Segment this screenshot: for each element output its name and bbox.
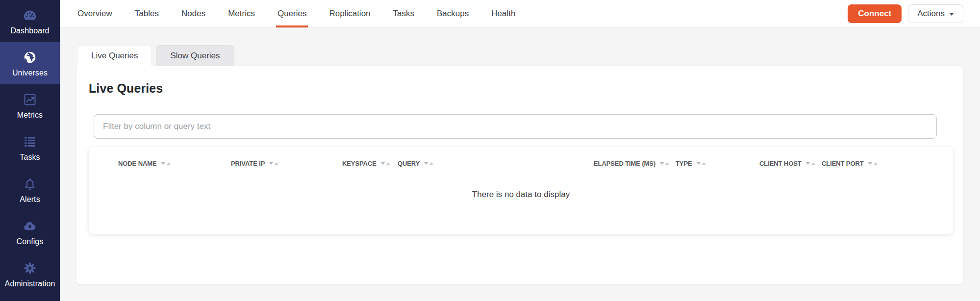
column-header-private-ip[interactable]: PRIVATE IP	[231, 160, 342, 167]
connect-button[interactable]: Connect	[848, 4, 902, 23]
sort-arrows-icon	[697, 162, 706, 165]
sidebar-item-label: Universes	[12, 69, 48, 77]
queries-table: NODE NAME PRIVATE IP KEYSPACE QUERY	[89, 147, 953, 234]
tab-metrics[interactable]: Metrics	[228, 0, 255, 27]
tab-health[interactable]: Health	[491, 0, 515, 27]
topbar-actions: Connect Actions	[848, 0, 963, 27]
chart-line-icon	[22, 92, 38, 107]
tab-slow-queries[interactable]: Slow Queries	[156, 45, 234, 66]
app-root: Dashboard Universes	[0, 0, 980, 301]
page-content: Live Queries Slow Queries Live Queries N…	[60, 28, 980, 301]
sidebar-item-tasks[interactable]: Tasks	[0, 126, 60, 169]
chevron-down-icon	[949, 13, 954, 16]
tab-tasks[interactable]: Tasks	[393, 0, 414, 27]
tab-queries[interactable]: Queries	[277, 0, 307, 27]
column-header-node-name[interactable]: NODE NAME	[118, 160, 231, 167]
sidebar: Dashboard Universes	[0, 0, 60, 301]
live-queries-panel: Live Queries NODE NAME PRIVATE IP	[76, 66, 963, 285]
dashboard-gauge-icon	[22, 7, 38, 23]
column-header-type[interactable]: TYPE	[676, 160, 759, 167]
sidebar-item-metrics[interactable]: Metrics	[0, 84, 60, 126]
sidebar-item-label: Configs	[17, 237, 44, 246]
sidebar-item-configs[interactable]: Configs	[0, 211, 60, 253]
sort-arrows-icon	[269, 162, 278, 165]
actions-dropdown-button[interactable]: Actions	[908, 4, 963, 23]
bell-icon	[22, 176, 38, 192]
empty-table-message: There is no data to display	[89, 190, 953, 200]
universe-nav-tabs: Overview Tables Nodes Metrics Queries Re…	[77, 0, 515, 27]
tab-overview[interactable]: Overview	[77, 0, 112, 27]
sort-arrows-icon	[806, 162, 815, 165]
page-title: Live Queries	[89, 81, 952, 96]
sidebar-item-alerts[interactable]: Alerts	[0, 169, 60, 211]
gear-icon	[22, 260, 38, 276]
globe-icon	[22, 50, 38, 65]
column-header-elapsed-time[interactable]: ELAPSED TIME (MS)	[594, 160, 676, 167]
top-nav-bar: Overview Tables Nodes Metrics Queries Re…	[60, 0, 980, 28]
tab-backups[interactable]: Backups	[437, 0, 469, 27]
sort-arrows-icon	[660, 162, 669, 165]
query-type-tabs: Live Queries Slow Queries	[77, 45, 963, 66]
table-header-row: NODE NAME PRIVATE IP KEYSPACE QUERY	[89, 147, 953, 167]
sort-arrows-icon	[381, 162, 390, 165]
sidebar-item-label: Dashboard	[10, 26, 49, 35]
cloud-upload-icon	[22, 218, 38, 234]
sidebar-item-label: Alerts	[20, 195, 40, 204]
tab-tables[interactable]: Tables	[135, 0, 159, 27]
tab-nodes[interactable]: Nodes	[181, 0, 205, 27]
sort-arrows-icon	[424, 162, 433, 165]
sidebar-item-label: Administration	[5, 279, 55, 288]
column-header-client-host[interactable]: CLIENT HOST	[759, 160, 822, 167]
task-list-icon	[22, 134, 38, 150]
sidebar-item-dashboard[interactable]: Dashboard	[0, 0, 60, 42]
sidebar-item-administration[interactable]: Administration	[0, 253, 60, 295]
column-header-client-port[interactable]: CLIENT PORT	[822, 160, 953, 167]
sidebar-item-label: Tasks	[20, 153, 40, 162]
sort-arrows-icon	[868, 162, 878, 165]
actions-label: Actions	[917, 9, 945, 19]
column-header-query[interactable]: QUERY	[398, 160, 594, 167]
sort-arrows-icon	[161, 162, 171, 165]
column-header-keyspace[interactable]: KEYSPACE	[342, 160, 398, 167]
filter-input[interactable]	[94, 114, 937, 139]
tab-live-queries[interactable]: Live Queries	[77, 45, 152, 66]
sidebar-item-label: Metrics	[17, 111, 43, 120]
main-column: Overview Tables Nodes Metrics Queries Re…	[60, 0, 980, 301]
sidebar-item-universes[interactable]: Universes	[0, 42, 60, 84]
tab-replication[interactable]: Replication	[329, 0, 370, 27]
